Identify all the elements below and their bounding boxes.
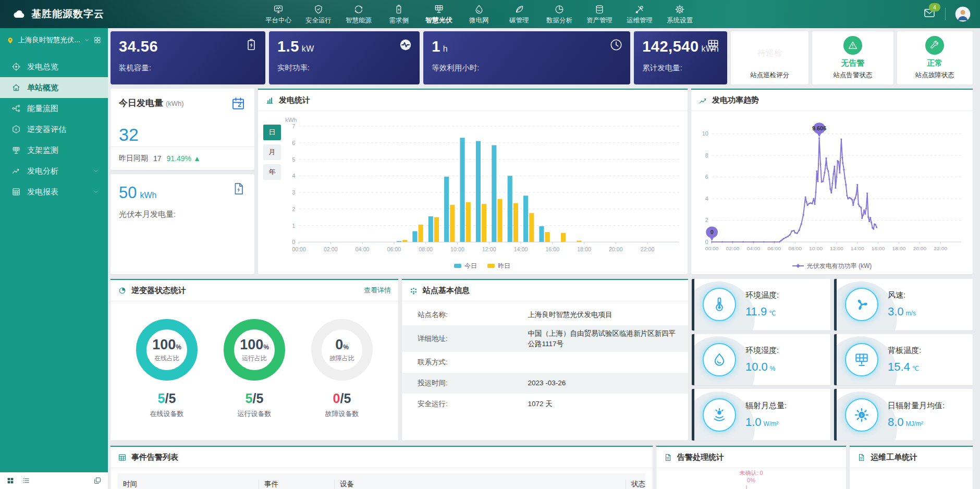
app: 基胜能源数字云 平台中心 安全运行 智慧能源	[0, 0, 980, 489]
inverter-donut: 100% 运行占比 5/5 运行设备数	[224, 319, 285, 419]
svg-text:9.606: 9.606	[812, 125, 826, 131]
svg-text:10: 10	[702, 131, 708, 137]
location-pin-icon	[6, 36, 15, 44]
inverter-status-panel: 逆变器状态统计 查看详情 100% 在线占比	[111, 279, 398, 441]
line-chart-legend: 光伏发电有功功率 (kW)	[696, 260, 967, 272]
event-table-header: 时间事件设备状态	[118, 473, 645, 489]
site-info-row: 投运时间: 2023 -03-26	[402, 373, 688, 394]
nav-item[interactable]: 安全运行	[302, 3, 335, 26]
divider	[945, 8, 946, 20]
period-tab[interactable]: 年	[263, 164, 281, 180]
sidebar-menu-item[interactable]: 发电分析	[0, 161, 108, 181]
inverter-donut: 100% 在线占比 5/5 在线设备数	[136, 319, 198, 419]
nav-item[interactable]: 智慧光伏	[422, 3, 456, 26]
alarm-icon-wrap	[843, 36, 862, 55]
device-count: 5/5	[158, 391, 176, 406]
kpi-value: 1h	[432, 38, 622, 55]
menu-grid-icon[interactable]	[6, 476, 15, 485]
environment-card: 环境湿度: 10.0%	[692, 334, 830, 386]
svg-text:06:00: 06:00	[767, 246, 781, 251]
primary-nav: 平台中心 安全运行 智慧能源 需求侧	[262, 3, 696, 26]
alarm-stats-panel: 告警处理统计 未确认: 0 0%	[656, 446, 846, 489]
legend-item[interactable]: 光伏发电有功功率 (kW)	[792, 262, 872, 271]
svg-text:6: 6	[292, 140, 295, 146]
nav-item[interactable]: 微电网	[462, 3, 496, 26]
site-info-row: 详细地址: 中国（上海）自由贸易试验区临港新片区新四平公路1117号	[402, 325, 688, 352]
brand: 基胜能源数字云	[13, 7, 262, 21]
svg-text:2: 2	[292, 206, 295, 212]
svg-text:12:00: 12:00	[830, 246, 843, 251]
nav-item[interactable]: 资产管理	[583, 3, 616, 26]
nav-item[interactable]: 碳管理	[503, 3, 536, 26]
sidebar-menu-item[interactable]: 能量流图	[0, 98, 108, 119]
today-generation-value: 32	[111, 125, 254, 145]
sidebar-menu-item[interactable]: 逆变器评估	[0, 119, 108, 140]
station-selector[interactable]: 上海良时智慧光伏...	[0, 28, 108, 52]
yesterday-compare: 昨日同期 17 91.49% ▲	[111, 146, 254, 170]
notifications-button[interactable]: 4	[923, 7, 936, 21]
inspection-watermark: 待巡检	[757, 36, 782, 71]
alarm-status-card: 无告警 站点告警状态	[812, 31, 893, 84]
svg-text:1: 1	[292, 222, 295, 228]
fault-status-card: 正常 站点故障状态	[897, 31, 973, 84]
donut-ring: 100% 在线占比	[136, 319, 198, 381]
view-details-link[interactable]: 查看详情	[364, 286, 391, 295]
environment-card: 背板温度: 15.4℃	[834, 334, 973, 386]
nav-item[interactable]: 智慧能源	[342, 3, 375, 26]
nav-item[interactable]: 需求侧	[382, 3, 415, 26]
sidebar-menu-item[interactable]: 发电总览	[0, 56, 108, 77]
kpi-value: 1.5kW	[277, 38, 411, 55]
nav-item[interactable]: 数据分析	[543, 3, 576, 26]
svg-text:4: 4	[705, 195, 708, 202]
pie-annotation: 未确认: 0 0%	[656, 470, 846, 484]
kpi-label: 累计发电量:	[642, 63, 719, 73]
info-grid-icon	[409, 286, 418, 295]
kpi-card: 1h 等效利用小时:	[423, 31, 630, 84]
chevron-down-icon	[91, 189, 101, 195]
power-trend-panel: 发电功率趋势 024681000:0002:0004:0006:0008:001…	[691, 89, 973, 274]
brand-title: 基胜能源数字云	[31, 7, 104, 21]
document-icon	[857, 453, 866, 462]
svg-text:14:00: 14:00	[514, 246, 528, 252]
nav-item[interactable]: 平台中心	[262, 3, 295, 26]
legend-item[interactable]: 今日	[454, 262, 477, 271]
kpi-card: 1.5kW 实时功率:	[269, 31, 420, 84]
delta-value: 91.49% ▲	[167, 154, 201, 163]
environment-card: 辐射月总量: 1.0W/m²	[692, 389, 830, 441]
event-alarm-list-panel: 事件告警列表 时间事件设备状态	[111, 446, 653, 489]
generation-report-icon	[11, 187, 21, 197]
sun-icon	[853, 407, 870, 423]
platform-center-icon	[273, 4, 284, 15]
nav-item[interactable]: 运维管理	[623, 3, 656, 26]
today-generation-card: 今日发电量(kWh) 2 32 昨日同期 17 91.49% ▲	[111, 89, 254, 170]
nav-item[interactable]: 系统设置	[663, 3, 696, 26]
table-column-header: 设备	[334, 480, 626, 489]
svg-text:04:00: 04:00	[356, 246, 370, 252]
svg-text:8: 8	[705, 152, 708, 158]
svg-text:5: 5	[292, 156, 295, 163]
period-tabs: 日月年	[263, 125, 281, 272]
sidebar-menu-item[interactable]: 支架监测	[0, 140, 108, 161]
environment-card: 风速: 3.0m/s	[834, 279, 973, 331]
line-chart-icon	[699, 96, 707, 105]
window-icon[interactable]	[93, 476, 102, 485]
legend-item[interactable]: 昨日	[487, 262, 510, 271]
thermometer-icon	[711, 296, 728, 313]
device-count: 5/5	[246, 391, 264, 406]
alarm-triangle-icon	[848, 40, 858, 51]
kpi-label: 等效利用小时:	[432, 63, 622, 73]
grid-view-icon[interactable]	[93, 36, 102, 44]
smart-energy-icon	[353, 4, 364, 15]
carbon-mgmt-icon	[514, 4, 524, 15]
sidebar-menu-item[interactable]: 单站概览	[0, 77, 108, 98]
sidebar-menu-item[interactable]: 发电报表	[0, 181, 108, 202]
sidebar-menu: 发电总览 单站概览 能量流图	[0, 56, 108, 202]
line-marker-icon	[792, 263, 804, 268]
list-icon[interactable]	[22, 476, 30, 485]
period-tab[interactable]: 月	[263, 144, 281, 160]
system-settings-icon	[675, 4, 685, 15]
energy-flow-icon	[11, 104, 21, 113]
navbar-right: 4	[923, 6, 971, 22]
period-tab[interactable]: 日	[263, 125, 281, 140]
avatar[interactable]	[955, 6, 971, 22]
